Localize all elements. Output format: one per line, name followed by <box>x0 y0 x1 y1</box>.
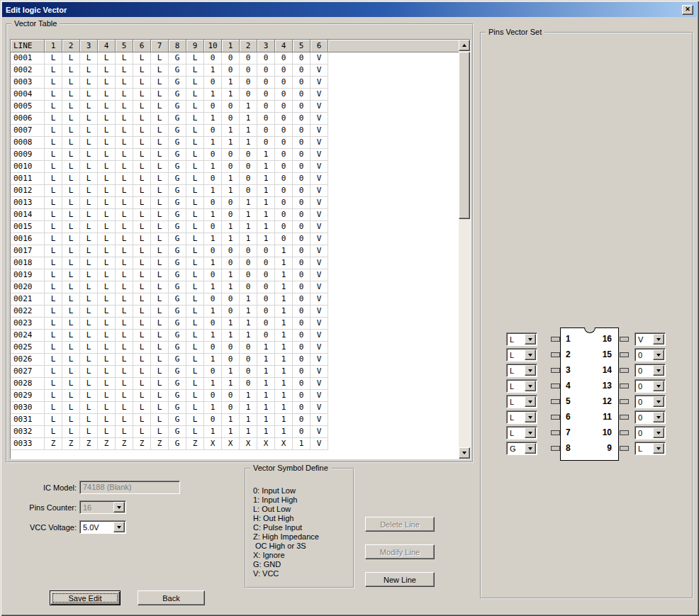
table-cell: 0 <box>293 113 311 125</box>
chevron-down-icon[interactable] <box>113 522 125 532</box>
chevron-down-icon[interactable] <box>653 396 664 407</box>
pin-9-combo[interactable]: L <box>634 442 666 455</box>
table-row[interactable]: 0006LLLLLLLGL101000V <box>11 113 470 125</box>
table-row[interactable]: 0002LLLLLLLGL100000V <box>11 65 470 77</box>
table-cell: L <box>186 342 204 354</box>
chevron-down-icon[interactable] <box>525 365 536 376</box>
chevron-down-icon[interactable] <box>653 412 664 422</box>
table-row[interactable]: 0031LLLLLLLGL011110V <box>11 414 470 426</box>
table-cell: 0 <box>240 257 257 269</box>
table-row[interactable]: 0007LLLLLLLGL011000V <box>11 125 470 137</box>
table-row[interactable]: 0010LLLLLLLGL100100V <box>11 161 470 173</box>
table-cell: L <box>62 390 80 402</box>
chevron-down-icon[interactable] <box>525 396 536 407</box>
table-row[interactable]: 0014LLLLLLLGL101100V <box>11 209 470 221</box>
table-cell: L <box>80 52 98 65</box>
table-row[interactable]: 0020LLLLLLLGL110010V <box>11 281 470 293</box>
scroll-down-button[interactable] <box>459 447 470 459</box>
pin-12-combo[interactable]: 0 <box>634 395 666 408</box>
table-cell: L <box>80 366 98 378</box>
table-row[interactable]: 0021LLLLLLLGL001010V <box>11 293 470 306</box>
chevron-down-icon[interactable] <box>525 334 536 345</box>
scrollbar-thumb[interactable] <box>459 52 470 219</box>
chevron-down-icon[interactable] <box>525 349 536 360</box>
table-row[interactable]: 0032LLLLLLLGL111110V <box>11 426 470 438</box>
table-row[interactable]: 0030LLLLLLLGL101110V <box>11 402 470 414</box>
pin-16-combo[interactable]: V <box>634 332 666 346</box>
pin-3-combo[interactable]: L <box>506 364 537 377</box>
table-row[interactable]: 0029LLLLLLLGL001110V <box>11 390 470 402</box>
table-cell: L <box>80 330 98 342</box>
pin-1-combo[interactable]: L <box>506 332 537 346</box>
pin-10-combo[interactable]: 0 <box>634 426 666 439</box>
table-row[interactable]: 0013LLLLLLLGL001100V <box>11 197 470 209</box>
back-button[interactable]: Back <box>138 590 205 605</box>
table-cell: L <box>116 101 133 113</box>
chevron-down-icon[interactable] <box>653 443 664 454</box>
pin-6-combo[interactable]: L <box>506 410 537 424</box>
vector-table[interactable]: LINE12345678910123456 0001LLLLLLLGL00000… <box>10 39 471 459</box>
chevron-down-icon[interactable] <box>653 349 664 360</box>
table-row[interactable]: 0008LLLLLLLGL111000V <box>11 137 470 149</box>
table-row[interactable]: 0001LLLLLLLGL000000V <box>11 52 470 65</box>
table-row[interactable]: 0015LLLLLLLGL011100V <box>11 221 470 233</box>
table-row[interactable]: 0012LLLLLLLGL110100V <box>11 185 470 197</box>
table-cell: L <box>186 113 204 125</box>
table-row[interactable]: 0016LLLLLLLGL111100V <box>11 233 470 245</box>
vcc-voltage-combo[interactable]: 5.0V <box>79 520 126 534</box>
table-row[interactable]: 0028LLLLLLLGL110110V <box>11 378 470 390</box>
close-button[interactable]: ✕ <box>682 5 693 15</box>
chevron-down-icon[interactable] <box>653 381 664 391</box>
table-cell: 0 <box>275 221 293 233</box>
save-edit-button[interactable]: Save Edit <box>50 590 121 605</box>
table-row[interactable]: 0022LLLLLLLGL101010V <box>11 306 470 318</box>
pins-counter-combo[interactable]: 16 <box>79 500 126 514</box>
pin-4-combo[interactable]: L <box>506 379 537 393</box>
pin-15-combo[interactable]: 0 <box>634 348 666 362</box>
pin-11-combo[interactable]: 0 <box>634 410 666 424</box>
table-row[interactable]: 0026LLLLLLLGL100110V <box>11 354 470 366</box>
table-scrollbar[interactable] <box>459 40 470 459</box>
chevron-down-icon[interactable] <box>113 502 125 513</box>
table-row[interactable]: 0027LLLLLLLGL010110V <box>11 366 470 378</box>
pin-14-combo-value: 0 <box>638 366 642 376</box>
pin-5-combo[interactable]: L <box>506 395 537 408</box>
scroll-up-button[interactable] <box>459 40 470 51</box>
table-row[interactable]: 0003LLLLLLLGL010000V <box>11 77 470 89</box>
chevron-down-icon[interactable] <box>653 365 664 376</box>
table-row[interactable]: 0009LLLLLLLGL000100V <box>11 149 470 161</box>
symbol-define-line: 0: Input Low <box>253 486 319 495</box>
ic-model-field[interactable]: 74188 (Blank) <box>79 481 180 494</box>
pin-pad <box>620 446 629 451</box>
title-bar[interactable]: Edit logic Vector ✕ <box>2 2 697 17</box>
pin-14-combo[interactable]: 0 <box>634 364 666 377</box>
table-row[interactable]: 0019LLLLLLLGL010010V <box>11 269 470 281</box>
chevron-down-icon[interactable] <box>525 412 536 422</box>
table-cell: L <box>80 257 98 269</box>
table-row[interactable]: 0017LLLLLLLGL000010V <box>11 245 470 257</box>
table-row[interactable]: 0025LLLLLLLGL000110V <box>11 342 470 354</box>
pin-2-combo[interactable]: L <box>506 348 537 362</box>
chevron-down-icon[interactable] <box>653 427 664 438</box>
table-row[interactable]: 0023LLLLLLLGL011010V <box>11 318 470 330</box>
new-line-button[interactable]: New Line <box>365 572 435 587</box>
chevron-down-icon[interactable] <box>525 381 536 391</box>
table-row[interactable]: 0005LLLLLLLGL001000V <box>11 101 470 113</box>
table-row[interactable]: 0018LLLLLLLGL100010V <box>11 257 470 269</box>
pin-13-combo[interactable]: 0 <box>634 379 666 393</box>
table-cell: L <box>98 209 116 221</box>
scrollbar-track[interactable] <box>459 51 470 447</box>
table-row[interactable]: 0011LLLLLLLGL010100V <box>11 173 470 185</box>
chevron-down-icon[interactable] <box>525 427 536 438</box>
table-row[interactable]: 0024LLLLLLLGL111010V <box>11 330 470 342</box>
pin-7-combo[interactable]: L <box>506 426 537 439</box>
table-row[interactable]: 0004LLLLLLLGL110000V <box>11 89 470 101</box>
delete-line-button[interactable]: Delete Line <box>365 517 435 532</box>
chevron-down-icon[interactable] <box>653 334 664 345</box>
chevron-down-icon[interactable] <box>525 443 536 454</box>
table-cell: 0 <box>257 306 275 318</box>
column-header-filler <box>328 40 470 52</box>
pin-8-combo[interactable]: G <box>506 442 537 455</box>
table-row[interactable]: 0033ZZZZZZZGZXXXXX1V <box>11 438 470 450</box>
modify-line-button[interactable]: Modify Line <box>365 544 435 559</box>
